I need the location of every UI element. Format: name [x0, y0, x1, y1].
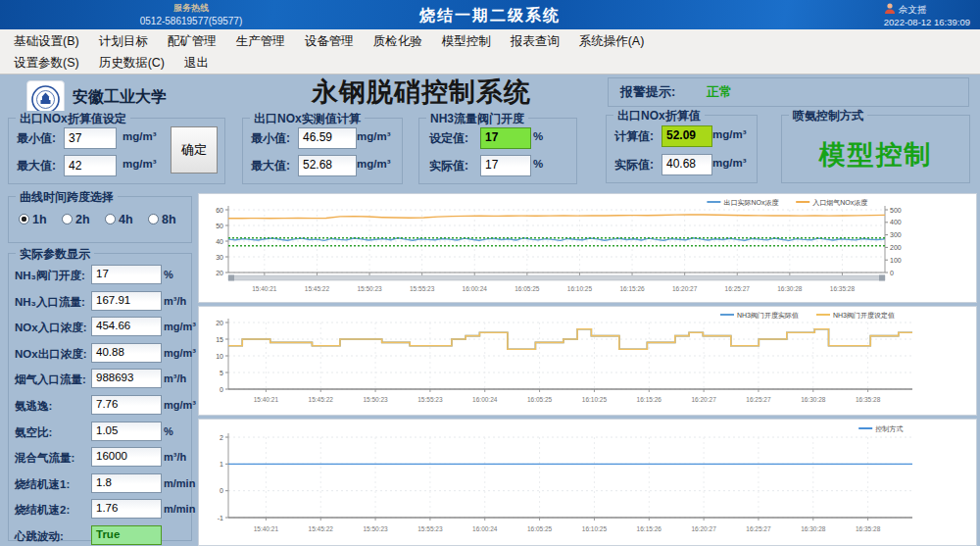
nox-trend-chart[interactable]: 203040506015:40:2115:45:2215:50:2315:55:… [199, 194, 976, 302]
param-unit: mg/m³ [164, 347, 196, 359]
max-value-input[interactable] [64, 155, 117, 176]
timespan-option-label: 2h [75, 213, 90, 226]
left-axis-label: -1 [218, 515, 223, 521]
param-label: NOx出口浓度: [15, 347, 86, 362]
x-axis-label: 15:40:21 [252, 285, 277, 292]
param-unit: m³/h [164, 295, 186, 307]
timespan-option-4h[interactable]: 4h [105, 213, 133, 226]
left-axis-label: 0 [220, 487, 223, 494]
x-axis-label: 16:15:26 [637, 396, 662, 403]
x-axis-label: 15:55:23 [417, 525, 443, 532]
min-label: 最小值: [251, 130, 290, 147]
actual-label: 实际值: [429, 158, 468, 174]
timespan-option-2h[interactable]: 2h [62, 213, 90, 226]
radio-icon[interactable] [62, 214, 73, 224]
param-value: 1.05 [91, 422, 162, 441]
menu-item-报表查询[interactable]: 报表查询 [501, 30, 569, 52]
confirm-button[interactable]: 确定 [171, 126, 218, 174]
param-row: 烧结机速1:1.8m/min [9, 471, 191, 497]
series-1 [228, 215, 885, 219]
x-axis-label: 16:00:24 [472, 525, 498, 532]
x-axis-label: 15:50:23 [363, 396, 388, 403]
scrollbar-handle-left[interactable] [228, 275, 234, 281]
group-title: 出口NOx折算值 [613, 108, 705, 124]
menu-item-计划目标[interactable]: 计划目标 [89, 30, 158, 52]
chart-scrollbar[interactable] [228, 275, 885, 280]
param-value: 7.76 [91, 395, 162, 415]
max-value: 52.68 [298, 155, 357, 176]
param-label: 烧结机速2: [15, 503, 70, 518]
menu-item-历史数据C[interactable]: 历史数据(C) [89, 52, 174, 74]
param-value: 17 [91, 265, 162, 284]
param-row: NOx入口浓度:454.66mg/m³ [9, 314, 191, 340]
timespan-option-1h[interactable]: 1h [19, 213, 47, 226]
menu-item-配矿管理[interactable]: 配矿管理 [158, 30, 226, 52]
left-axis-label: 2 [220, 434, 223, 441]
param-rows: NH₃阀门开度:17%NH₃入口流量:167.91m³/hNOx入口浓度:454… [9, 262, 191, 546]
param-unit: % [164, 269, 173, 280]
x-axis-label: 16:00:24 [463, 285, 488, 292]
param-row: 混合气流量:16000m³/h [9, 444, 191, 471]
title-bar: 服务热线 0512-58619577(59577) 烧结一期二级系统 佘文摇 2… [0, 0, 980, 29]
nh3-valve-group: NH3流量阀门开度 设定值: 17 % 实际值: 17 % [418, 118, 577, 184]
user-name: 佘文摇 [899, 4, 927, 15]
menu-item-质检化验[interactable]: 质检化验 [364, 30, 432, 52]
nox-converted-setpoint-group: 出口NOx折算值设定 最小值: mg/m³ 最大值: mg/m³ 确定 [8, 118, 225, 184]
alarm-panel: 报警提示: 正常 [608, 77, 969, 107]
right-axis-label: 500 [890, 207, 902, 214]
x-axis-label: 16:20:27 [691, 396, 716, 403]
param-label: NH₃入口流量: [15, 295, 85, 310]
x-axis-label: 15:50:23 [363, 525, 388, 532]
legend-label: 入口烟气NOx浓度 [812, 199, 867, 207]
x-axis-label: 15:55:23 [410, 285, 435, 292]
menu-item-设备管理[interactable]: 设备管理 [295, 30, 364, 52]
param-unit: % [164, 425, 173, 437]
right-axis-label: 100 [890, 257, 902, 264]
x-axis-label: 16:10:25 [582, 396, 608, 403]
x-axis-label: 16:35:28 [856, 525, 881, 532]
unit-label: % [533, 158, 543, 170]
user-block: 佘文摇 2022-08-12 16:39:09 [884, 2, 970, 28]
unit-label: mg/m³ [712, 157, 747, 169]
control-mode-chart[interactable]: -101215:40:2115:45:2215:50:2315:55:2316:… [199, 420, 976, 543]
param-label: 混合气流量: [15, 451, 74, 466]
timespan-group: 曲线时间跨度选择 1h2h4h8h [8, 196, 192, 243]
valve-trend-chart[interactable]: 0510152015:40:2115:45:2215:50:2315:55:23… [199, 307, 976, 415]
param-value: 1.76 [91, 499, 162, 519]
nox-converted-group: 出口NOx折算值 计算值: 52.09 mg/m³ 实际值: 40.68 mg/… [606, 115, 758, 183]
scrollbar-handle-right[interactable] [879, 275, 885, 281]
menu-row-2: 设置参数(S)历史数据(C)退出 [0, 51, 980, 73]
param-row: NH₃入口流量:167.91m³/h [9, 288, 191, 315]
x-axis-label: 15:40:21 [254, 525, 279, 532]
alarm-status: 正常 [707, 83, 732, 101]
menu-item-基础设置B[interactable]: 基础设置(B) [4, 30, 89, 52]
param-value: 988693 [91, 369, 162, 388]
x-axis-label: 16:30:28 [801, 525, 826, 532]
menu-item-设置参数S[interactable]: 设置参数(S) [4, 52, 89, 74]
x-axis-label: 16:15:26 [637, 525, 662, 532]
menu-item-模型控制[interactable]: 模型控制 [432, 30, 501, 52]
legend-label: 控制方式 [875, 424, 903, 433]
x-axis-label: 16:20:27 [691, 525, 716, 532]
min-value-input[interactable] [64, 127, 117, 149]
radio-icon[interactable] [148, 214, 159, 224]
timespan-option-8h[interactable]: 8h [148, 213, 176, 226]
left-axis-label: 40 [216, 238, 223, 245]
group-title: 实际参数显示 [16, 246, 94, 263]
menu-item-系统操作A[interactable]: 系统操作(A) [569, 30, 655, 52]
x-axis-label: 16:30:28 [801, 396, 826, 403]
param-label: NH₃阀门开度: [15, 269, 85, 283]
unit-label: mg/m³ [122, 158, 157, 170]
x-axis-label: 16:25:27 [725, 285, 751, 292]
menu-item-生产管理[interactable]: 生产管理 [226, 30, 295, 52]
actual-value: 40.68 [662, 154, 712, 175]
radio-icon[interactable] [105, 214, 116, 224]
datetime: 2022-08-12 16:39:09 [884, 16, 970, 28]
legend-label: 出口实际NOx浓度 [723, 199, 778, 207]
menu-item-退出[interactable]: 退出 [174, 52, 219, 74]
param-unit: m/min [164, 477, 195, 489]
x-axis-label: 16:25:27 [746, 525, 771, 532]
x-axis-label: 15:45:22 [309, 525, 334, 532]
radio-icon[interactable] [19, 214, 29, 224]
x-axis-label: 16:35:28 [830, 285, 856, 292]
